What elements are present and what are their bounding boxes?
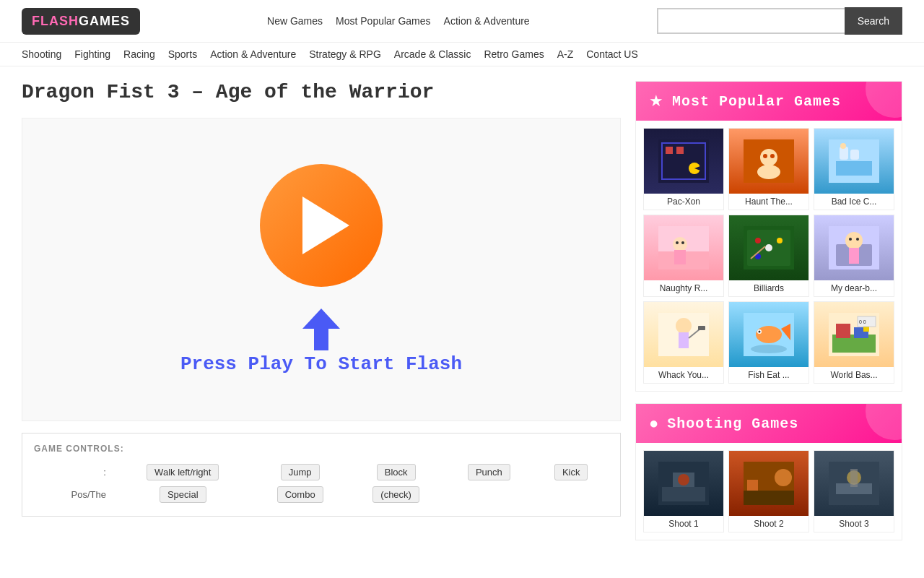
- game-card-fish[interactable]: Fish Eat ...: [728, 301, 809, 384]
- shoot1-art: [658, 462, 709, 505]
- game-name-ice: Bad Ice C...: [814, 194, 894, 210]
- whack-art: [658, 313, 709, 356]
- logo-text: FLASHGAMES: [32, 14, 130, 29]
- header: FLASHGAMES New Games Most Popular Games …: [0, 0, 924, 43]
- svg-point-43: [756, 326, 782, 343]
- controls-action-jump: Jump: [253, 461, 348, 483]
- controls-action-block: Block: [348, 461, 445, 483]
- game-thumb-world: 0 0: [814, 302, 894, 367]
- subnav-racing[interactable]: Racing: [123, 48, 155, 60]
- game-name-mydear: My dear-b...: [814, 280, 894, 296]
- svg-point-1: [866, 82, 902, 118]
- game-name-pac-xon: Pac-Xon: [644, 194, 723, 210]
- svg-point-47: [751, 345, 787, 353]
- game-thumb-ice: [814, 129, 894, 194]
- press-play-text: Press Play To Start Flash: [180, 353, 462, 375]
- subnav-arcade-classic[interactable]: Arcade & Classic: [394, 48, 471, 60]
- search-input[interactable]: [657, 8, 845, 34]
- game-card-world[interactable]: 0 0 World Bas...: [814, 301, 894, 384]
- nav-action-adventure[interactable]: Action & Adventure: [444, 15, 530, 27]
- subnav-contact[interactable]: Contact US: [586, 48, 638, 60]
- shooting-game-name-3: Shoot 3: [814, 516, 894, 532]
- sidebar: ★ Most Popular Games: [635, 81, 902, 540]
- controls-action-combo: Combo: [253, 483, 348, 506]
- svg-rect-34: [849, 248, 859, 264]
- game-card-mydear[interactable]: My dear-b...: [814, 215, 894, 297]
- billiards-art: [744, 226, 794, 269]
- svg-rect-64: [747, 480, 758, 491]
- shooting-games-grid: Shoot 1 Shoot 2: [636, 443, 902, 540]
- game-title: Dragon Fist 3 – Age of the Warrior: [22, 81, 621, 103]
- shooting-thumb-2: [729, 451, 808, 516]
- svg-text:0  0: 0 0: [859, 319, 866, 324]
- svg-point-33: [845, 232, 863, 249]
- search-button[interactable]: Search: [845, 7, 902, 35]
- content-area: Dragon Fist 3 – Age of the Warrior Press…: [22, 81, 621, 540]
- game-controls: GAME CONTROLS: : Walk left/right Jump Bl…: [22, 433, 621, 517]
- game-player: Press Play To Start Flash: [22, 118, 621, 421]
- controls-action-punch: Punch: [444, 461, 533, 483]
- play-button[interactable]: [260, 164, 383, 287]
- svg-rect-50: [836, 324, 850, 338]
- svg-rect-41: [698, 326, 705, 330]
- pac-xon-art: [658, 139, 709, 183]
- game-thumb-whack: [644, 302, 723, 367]
- subnav-strategy-rpg[interactable]: Strategy & RPG: [309, 48, 381, 60]
- svg-point-26: [765, 244, 772, 251]
- arrow-up-icon: [302, 309, 340, 350]
- svg-rect-21: [674, 250, 686, 264]
- svg-point-35: [849, 238, 852, 241]
- most-popular-title: Most Popular Games: [672, 93, 841, 110]
- shooting-game-3[interactable]: Shoot 3: [814, 450, 894, 532]
- game-card-naughty[interactable]: Naughty R...: [643, 215, 724, 297]
- play-triangle-icon: [302, 197, 349, 254]
- game-name-fish: Fish Eat ...: [729, 367, 808, 383]
- fish-art: [744, 313, 794, 356]
- controls-key-2: Pos/The: [34, 483, 113, 506]
- svg-point-38: [676, 318, 692, 334]
- subnav-sports[interactable]: Sports: [168, 48, 197, 60]
- shooting-header-decoration: [844, 404, 902, 443]
- game-card-billiards[interactable]: Billiards: [728, 215, 809, 297]
- nav-most-popular[interactable]: Most Popular Games: [336, 15, 431, 27]
- subnav-az[interactable]: A-Z: [557, 48, 574, 60]
- shooting-game-name-1: Shoot 1: [644, 516, 723, 532]
- svg-point-36: [856, 238, 859, 241]
- subnav-action-adventure[interactable]: Action & Adventure: [210, 48, 296, 60]
- svg-rect-14: [836, 161, 872, 176]
- subnav: Shooting Fighting Racing Sports Action &…: [0, 43, 924, 66]
- game-card-haunt[interactable]: Haunt The...: [728, 128, 809, 210]
- svg-point-28: [777, 238, 783, 243]
- subnav-fighting[interactable]: Fighting: [74, 48, 110, 60]
- game-name-world: World Bas...: [814, 367, 894, 383]
- svg-point-27: [755, 238, 761, 243]
- shooting-game-name-2: Shoot 2: [729, 516, 808, 532]
- game-card-pac-xon[interactable]: Pac-Xon: [643, 128, 724, 210]
- shooting-icon: ●: [649, 414, 658, 433]
- svg-rect-39: [679, 332, 689, 348]
- shooting-game-2[interactable]: Shoot 2: [728, 450, 809, 532]
- svg-point-9: [760, 149, 777, 166]
- nav-new-games[interactable]: New Games: [267, 15, 323, 27]
- game-thumb-pac-xon: [644, 129, 723, 194]
- shooting-game-1[interactable]: Shoot 1: [643, 450, 724, 532]
- game-card-ice[interactable]: Bad Ice C...: [814, 128, 894, 210]
- logo-box[interactable]: FLASHGAMES: [22, 8, 140, 35]
- mydear-art: [829, 226, 879, 269]
- shoot3-art: [829, 462, 879, 505]
- logo-area: FLASHGAMES: [22, 8, 140, 35]
- subnav-shooting[interactable]: Shooting: [22, 48, 61, 60]
- controls-key-1: :: [34, 461, 113, 483]
- svg-rect-2: [658, 139, 709, 183]
- game-controls-title: GAME CONTROLS:: [34, 444, 609, 454]
- svg-point-23: [681, 241, 684, 244]
- svg-point-22: [676, 241, 679, 244]
- game-thumb-naughty: [644, 215, 723, 280]
- game-thumb-fish: [729, 302, 808, 367]
- shoot2-art: [744, 462, 794, 505]
- shooting-header: ● Shooting Games: [636, 404, 902, 443]
- svg-marker-0: [302, 309, 340, 350]
- subnav-retro[interactable]: Retro Games: [484, 48, 544, 60]
- game-card-whack[interactable]: Whack You...: [643, 301, 724, 384]
- svg-point-65: [775, 469, 792, 486]
